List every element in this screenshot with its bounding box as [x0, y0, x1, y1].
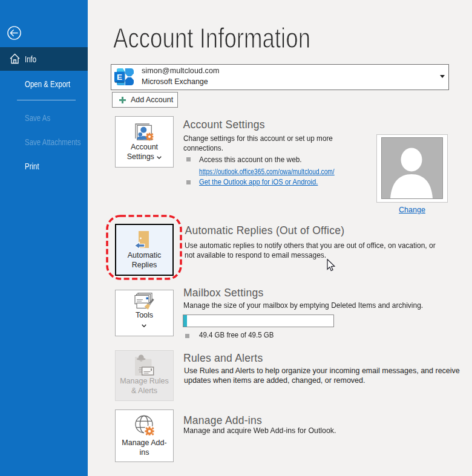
svg-text:E: E [117, 73, 122, 82]
